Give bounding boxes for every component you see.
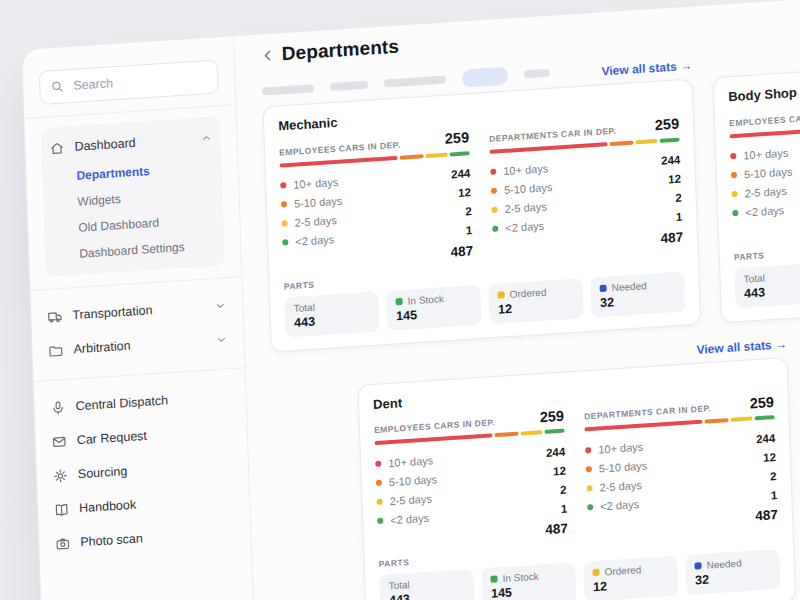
stat-column-label: DEPARTMENTS CAR IN DEP. [489,125,617,143]
chevron-up-icon[interactable] [200,132,212,145]
book-icon [54,501,70,517]
department-block-body-shop: View all stats → Body ShopEMPLOYEES CARS… [711,19,800,322]
sidebar-item-label: Central Dispatch [75,393,168,413]
dot-icon [490,169,496,175]
legend-square-icon [600,284,607,291]
sidebar-item-label: Handbook [79,498,136,516]
dot-icon [492,207,498,213]
stat-row-label: 5-10 days [389,473,438,488]
stat-row-label: 5-10 days [599,459,648,474]
back-chevron-icon[interactable] [260,47,276,63]
bar-segment [754,415,774,420]
stat-row-label: 10+ days [743,147,788,162]
stat-column-label: EMPLOYEES CARS IN DEP. [279,139,401,157]
department-row-1: View all stats → MechanicEMPLOYEES CARS … [261,15,800,352]
stat-row-label: 10+ days [598,440,643,455]
stat-row-label: <2 days [505,220,544,235]
stat-row-value: 2 [770,470,777,482]
part-stat-box: In Stock145 [386,284,481,330]
part-label: Ordered [604,564,641,577]
stat-column-label: EMPLOYEES CARS IN DEP. [374,417,496,435]
part-label: Total [743,272,765,284]
part-label: Needed [706,557,741,570]
stat-row-value: 12 [458,186,471,199]
stat-row-value: 12 [553,464,566,477]
sidebar-item-label: Transportation [72,303,153,322]
part-label: In Stock [502,571,539,584]
dot-icon [376,479,382,485]
department-card-dent: DentEMPLOYEES CARS IN DEP.25910+ days244… [357,357,796,600]
stat-column-label: EMPLOYEES CARS IN DEP. [729,110,800,128]
stat-column-total: 259 [540,408,565,424]
department-card-body-shop: Body ShopEMPLOYEES CARS IN DEP.25910+ da… [713,49,800,322]
search-input[interactable] [71,69,208,94]
stat-row-label: 2-5 days [744,185,787,200]
stat-column-total: 259 [445,130,470,146]
tab-placeholder[interactable] [384,76,446,88]
view-all-stats-link[interactable]: View all stats → [696,337,787,357]
dot-icon [376,498,382,504]
part-label: Total [293,301,315,313]
dot-icon [282,220,288,226]
stat-column: EMPLOYEES CARS IN DEP.25910+ days2445-10… [729,101,800,241]
gear-icon [53,467,69,483]
tab-placeholder[interactable] [524,69,550,79]
stat-row-label: <2 days [390,511,429,526]
home-icon [49,140,65,156]
dot-icon [492,226,498,232]
sidebar-item-label: Sourcing [78,464,128,481]
stats-columns: EMPLOYEES CARS IN DEP.25910+ days2445-10… [279,117,683,271]
filter-pill-placeholder[interactable] [462,67,509,88]
stat-row-value: 2 [675,192,682,204]
department-card-mechanic: MechanicEMPLOYEES CARS IN DEP.25910+ day… [263,79,702,352]
sidebar-item-label: Arbitration [73,339,130,357]
stat-row-value: 244 [661,154,681,167]
chevron-down-icon[interactable] [214,299,226,312]
tab-placeholder[interactable] [262,84,314,95]
stat-column-total: 259 [655,117,680,133]
part-value: 145 [491,582,567,600]
stat-row-label: <2 days [600,498,639,513]
dot-icon [491,188,497,194]
dot-icon [585,446,591,452]
bar-segment [494,432,518,438]
legend-square-icon [498,291,505,298]
bar-segment [584,420,702,432]
stat-row-label: 2-5 days [504,200,547,215]
bar-segment [730,416,752,421]
tab-placeholder[interactable] [330,81,368,91]
stat-row-label: 10+ days [293,176,338,191]
dot-icon [731,172,737,178]
stat-column-header: EMPLOYEES CARS IN DEP.259 [729,101,800,128]
chevron-down-icon[interactable] [215,333,227,346]
search-icon [50,79,64,94]
stat-column: EMPLOYEES CARS IN DEP.25910+ days2445-10… [279,130,473,270]
sidebar: Dashboard Departments Widgets Old Dashbo… [22,36,259,600]
part-value: 443 [294,311,370,330]
legend-square-icon [592,569,599,576]
stat-row-value: 2 [465,205,472,217]
part-value: 12 [498,297,574,316]
stat-row-value: 244 [451,167,471,180]
stat-row-label: 10+ days [503,162,548,177]
stat-column: DEPARTMENTS CAR IN DEP.25910+ days2445-1… [489,117,683,257]
dot-icon [586,484,592,490]
bar-segment [635,139,657,144]
bar-segment [399,154,423,160]
department-block-mechanic: View all stats → MechanicEMPLOYEES CARS … [261,49,701,352]
dot-icon [377,517,383,523]
part-stat-box: Ordered12 [488,278,583,324]
sidebar-item-label: Photo scan [80,531,143,549]
bar-segment [544,429,564,434]
stat-column: DEPARTMENTS CAR IN DEP.25910+ days2445-1… [584,395,778,535]
legend-square-icon [694,562,701,569]
bar-segment [374,433,492,445]
part-stat-box: Needed32 [685,549,780,595]
bar-segment [280,155,398,167]
dot-icon [732,210,738,216]
view-all-stats-link[interactable]: View all stats → [601,59,692,79]
part-stat-box: Total443 [379,569,474,600]
sidebar-item-label: Dashboard [74,136,136,154]
dot-icon [280,182,286,188]
search-box[interactable] [39,59,219,105]
